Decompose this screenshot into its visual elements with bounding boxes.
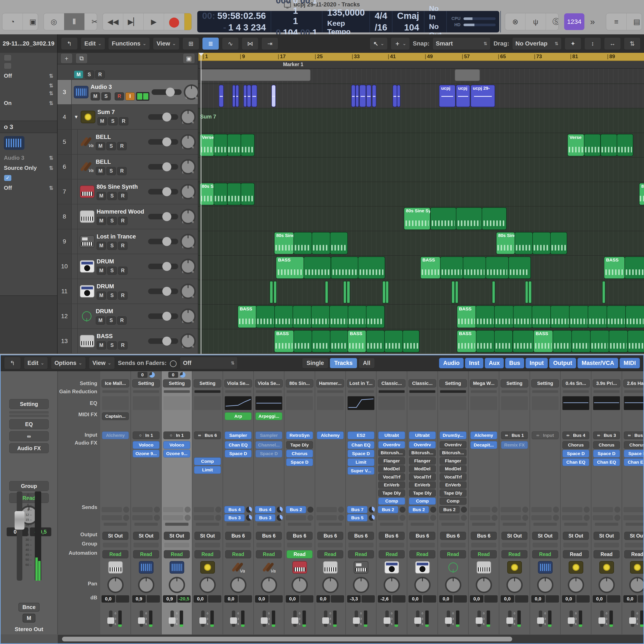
more-tools-chevron[interactable]: » — [590, 17, 595, 27]
channel-fader[interactable]: 0 3 6 — [631, 609, 643, 629]
fader-cap[interactable] — [629, 617, 636, 624]
region[interactable] — [247, 85, 251, 107]
volume-value[interactable]: 0,0 — [316, 595, 330, 603]
input-slot[interactable]: RetroSyn — [286, 431, 313, 439]
left-fader[interactable]: 0 –3 –6 –9 –12 –15 –18 –21 –24 –30 –35 –… — [1, 491, 57, 581]
region[interactable] — [513, 305, 533, 328]
group-slot[interactable] — [164, 543, 189, 547]
track-icon-thumbnail[interactable] — [4, 136, 24, 150]
region[interactable] — [330, 232, 348, 254]
automation-mode-button[interactable]: Read — [471, 550, 497, 558]
send-slot-empty[interactable] — [623, 515, 643, 520]
automation-mode-button[interactable]: Read — [317, 550, 343, 558]
arrange-lane-5[interactable]: 80s Sine Synth8 — [198, 182, 644, 207]
output-slot[interactable]: St Out — [624, 532, 643, 540]
channel-setting-button[interactable]: 0.4s Sn... — [562, 379, 590, 387]
audio-fx-slot[interactable]: Overdrv — [409, 441, 436, 448]
automation-mode-button[interactable]: Read — [409, 550, 435, 558]
eq-slot-empty[interactable] — [501, 396, 528, 410]
group-slot[interactable] — [410, 543, 435, 547]
channel-strip-1[interactable]: Ice Mall...Captain...AlchemySt OutRead0,… — [100, 371, 131, 634]
audio-fx-slot[interactable]: Space D — [255, 450, 282, 457]
region-checkbox-2[interactable] — [4, 63, 12, 69]
audio-fx-slot[interactable]: Chorus — [286, 450, 313, 457]
input-monitor-icon[interactable] — [180, 372, 185, 378]
region[interactable] — [403, 330, 419, 352]
send-slot[interactable]: Bus 2 — [409, 506, 429, 513]
filter-tab-inst[interactable]: Inst — [465, 358, 483, 368]
volume-slider[interactable] — [148, 114, 178, 120]
group-slot[interactable] — [195, 543, 220, 547]
solo-button[interactable]: S — [107, 292, 117, 300]
region[interactable] — [386, 281, 389, 303]
track-param-off[interactable]: Off⇅ — [0, 183, 57, 193]
peak-value[interactable]: -20,5 — [177, 595, 191, 603]
volume-value[interactable]: -2,6 — [378, 595, 391, 603]
midi-fx-slot[interactable]: Arpeggi... — [255, 412, 282, 420]
arrange-lane-1[interactable]: ucpjucpjucpj 29- — [198, 84, 644, 108]
channel-setting-button[interactable]: Setting — [163, 379, 191, 387]
region-8[interactable]: 8 — [639, 183, 644, 205]
record-enable-button[interactable]: R — [118, 217, 128, 225]
input-slot[interactable]: ○In 1 — [163, 431, 190, 439]
audio-fx-slot[interactable]: Overdrv — [440, 441, 466, 448]
group-slot[interactable] — [594, 543, 619, 547]
region[interactable] — [602, 281, 605, 303]
track-param-icon[interactable]: Audio 3⇅ — [0, 153, 57, 163]
send-level-knob[interactable] — [246, 507, 252, 513]
channel-pan-knob[interactable] — [414, 577, 431, 593]
channel-strip-3[interactable]: 0Setting○In 1VolocoOzone 9...St OutRead0… — [162, 371, 192, 634]
channel-pan-knob[interactable] — [107, 577, 124, 593]
output-slot[interactable]: Bus 6 — [440, 532, 466, 540]
region-param-off[interactable]: Off⇅ — [0, 71, 57, 81]
channel-setting-button[interactable]: 80s Sin... — [286, 379, 313, 387]
record-enable-button[interactable]: R — [95, 70, 105, 79]
region[interactable] — [508, 257, 531, 279]
fader-cap[interactable] — [414, 617, 421, 624]
record-badge[interactable]: 0 — [138, 372, 147, 378]
audio-fx-slot[interactable]: Comp — [440, 498, 466, 505]
send-slot-empty[interactable] — [102, 515, 122, 520]
channel-pan-knob[interactable] — [230, 577, 246, 593]
send-slot-empty[interactable] — [163, 515, 183, 520]
record-enable-button[interactable]: R — [118, 192, 128, 200]
region-80s-sine-synth[interactable]: 80s Sine Synth — [274, 232, 294, 254]
channel-strip-2[interactable]: 0Setting○In 1VolocoOzone 9...St OutRead0… — [131, 371, 162, 634]
audio-fx-slot[interactable]: EnVerb — [440, 481, 466, 489]
channel-pan-knob[interactable] — [598, 577, 615, 593]
edit-menu[interactable]: Edit⌄ — [81, 37, 105, 50]
audio-fx-slot[interactable]: Limit — [348, 458, 374, 466]
region[interactable] — [455, 281, 458, 303]
volume-value[interactable]: 0,9 — [163, 595, 176, 603]
send-level-knob[interactable] — [461, 507, 467, 513]
mute-button[interactable]: M — [97, 341, 106, 349]
region[interactable] — [617, 134, 633, 156]
arrange-lane-8[interactable]: BASSBASSBASS — [198, 256, 644, 280]
region[interactable] — [293, 232, 312, 254]
solo-button[interactable]: S — [106, 142, 116, 150]
playhead-handle[interactable] — [199, 53, 204, 59]
send-slot-empty[interactable] — [316, 507, 337, 512]
view-tab-single[interactable]: Single — [302, 358, 328, 368]
record-enable-button[interactable]: R — [117, 316, 127, 325]
volume-value[interactable]: 0,0 — [501, 595, 514, 603]
arrange-lane-0[interactable] — [198, 69, 644, 84]
mute-button[interactable]: M — [97, 192, 106, 200]
region[interactable] — [550, 305, 570, 328]
region[interactable] — [271, 85, 276, 107]
audio-fx-slot[interactable]: ModDel — [440, 465, 466, 473]
audio-fx-slot[interactable]: Space D — [562, 450, 589, 457]
region-bass[interactable]: BASS — [348, 330, 366, 352]
mute-button[interactable]: M — [96, 142, 105, 150]
audio-fx-slot[interactable]: Flanger — [378, 457, 405, 465]
volume-slider[interactable] — [148, 214, 178, 219]
output-slot[interactable]: St Out — [594, 532, 620, 540]
automation-mode-button[interactable]: Read — [102, 550, 128, 558]
volume-slider[interactable] — [148, 189, 178, 194]
channel-setting-button[interactable]: Ice Mall... — [102, 379, 129, 387]
region-bass[interactable]: BASS — [533, 330, 553, 352]
track-header-bell[interactable]: 6VaBELLMSRLR — [58, 155, 198, 179]
channel-strip-14[interactable]: Setting∞Bus 1Remix FXSt OutRead0,00 3 6 — [499, 371, 530, 634]
audio-fx-slot[interactable]: EnVerb — [378, 481, 405, 489]
region[interactable] — [584, 134, 601, 156]
